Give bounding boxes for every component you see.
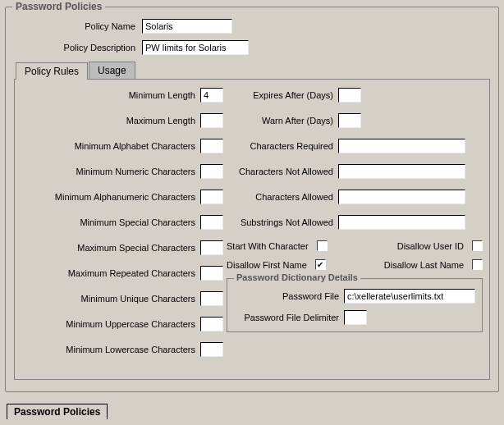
disallow-last-name-label: Disallow Last Name: [384, 260, 464, 270]
disallow-user-id-checkbox[interactable]: [472, 240, 483, 251]
min-alpha-label: Minimum Alphabet Characters: [75, 141, 195, 151]
password-file-delim-input[interactable]: [344, 310, 367, 325]
substrings-not-allowed-label: Substrings Not Allowed: [227, 217, 333, 227]
max-special-label: Maximum Special Characters: [77, 243, 195, 253]
substrings-not-allowed-input[interactable]: [338, 215, 465, 230]
chars-required-label: Characters Required: [227, 141, 333, 151]
password-file-delim-label: Password File Delimiter: [234, 313, 339, 322]
warn-after-label: Warn After (Days): [227, 116, 333, 126]
min-special-input[interactable]: [200, 215, 223, 230]
tab-body: Minimum Length Maximum Length Minimum Al…: [14, 79, 490, 380]
password-dictionary-panel: Password Dictionary Details Password Fil…: [227, 278, 483, 332]
disallow-user-id-label: Disallow User ID: [397, 241, 464, 251]
policy-name-label: Policy Name: [12, 21, 135, 31]
min-numeric-input[interactable]: [200, 164, 223, 179]
warn-after-input[interactable]: [338, 113, 361, 128]
policy-desc-input[interactable]: [142, 40, 249, 55]
password-file-input[interactable]: [344, 289, 475, 304]
tab-strip: Policy Rules Usage: [16, 62, 492, 79]
min-special-label: Minimum Special Characters: [80, 217, 195, 227]
min-upper-input[interactable]: [200, 317, 223, 331]
bottom-tab-password-policies[interactable]: Password Policies: [7, 404, 108, 419]
chars-required-input[interactable]: [338, 139, 465, 153]
min-alnum-input[interactable]: [200, 190, 223, 204]
right-column: Expires After (Days) Warn After (Days) C…: [223, 88, 483, 368]
min-lower-label: Minimum Lowercase Characters: [66, 345, 195, 354]
min-numeric-label: Minimum Numeric Characters: [76, 167, 195, 176]
max-special-input[interactable]: [200, 240, 223, 255]
policy-name-input[interactable]: [142, 19, 232, 34]
tab-usage[interactable]: Usage: [89, 62, 135, 79]
chars-allowed-label: Characters Allowed: [227, 192, 333, 202]
start-with-char-checkbox[interactable]: [317, 240, 328, 251]
expires-after-label: Expires After (Days): [227, 90, 333, 100]
left-column: Minimum Length Maximum Length Minimum Al…: [21, 88, 223, 368]
header-section: Policy Name Policy Description: [12, 19, 492, 55]
chars-not-allowed-input[interactable]: [338, 164, 465, 179]
min-unique-label: Minimum Unique Characters: [81, 294, 195, 304]
max-length-input[interactable]: [200, 113, 223, 128]
tab-policy-rules[interactable]: Policy Rules: [16, 62, 88, 80]
max-repeated-label: Maximum Repeated Characters: [68, 268, 195, 278]
password-file-label: Password File: [234, 291, 339, 301]
min-length-label: Minimum Length: [129, 90, 195, 100]
panel-title: Password Policies: [12, 1, 105, 12]
min-alnum-label: Minimum Alphanumeric Characters: [55, 192, 195, 202]
max-repeated-input[interactable]: [200, 266, 223, 281]
min-lower-input[interactable]: [200, 342, 223, 357]
expires-after-input[interactable]: [338, 88, 361, 103]
disallow-last-name-checkbox[interactable]: [472, 259, 483, 270]
chars-allowed-input[interactable]: [338, 190, 465, 204]
start-with-char-label: Start With Character: [227, 241, 309, 251]
chars-not-allowed-label: Characters Not Allowed: [227, 167, 333, 176]
password-policies-panel: Password Policies Policy Name Policy Des…: [5, 7, 499, 392]
policy-desc-label: Policy Description: [12, 43, 135, 53]
min-length-input[interactable]: [200, 88, 223, 103]
max-length-label: Maximum Length: [126, 116, 195, 126]
min-alpha-input[interactable]: [200, 139, 223, 153]
min-unique-input[interactable]: [200, 291, 223, 306]
disallow-first-name-label: Disallow First Name: [227, 260, 307, 270]
min-upper-label: Minimum Uppercase Characters: [66, 319, 195, 329]
password-dictionary-title: Password Dictionary Details: [234, 272, 360, 282]
disallow-first-name-checkbox[interactable]: ✔: [315, 259, 326, 270]
